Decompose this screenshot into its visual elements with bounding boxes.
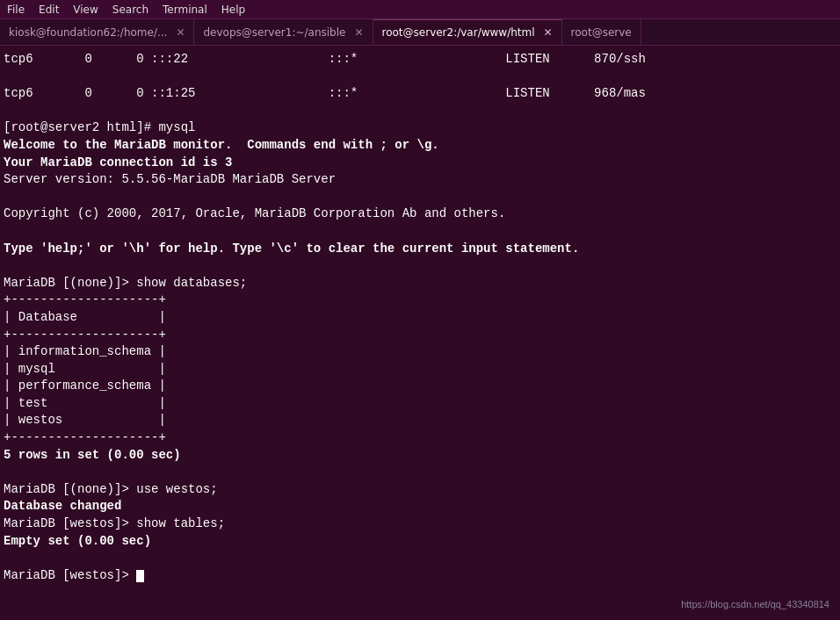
menu-file[interactable]: File — [7, 4, 25, 16]
tab-4[interactable]: root@serve — [562, 19, 641, 45]
terminal-text: tcp6 0 0 :::22 :::* LISTEN 870/ssh tcp6 … — [4, 51, 836, 584]
tab-3-close[interactable]: ✕ — [544, 26, 553, 39]
menubar: File Edit View Search Terminal Help — [0, 0, 840, 19]
menu-help[interactable]: Help — [221, 4, 245, 16]
tab-3[interactable]: root@server2:/var/www/html ✕ — [373, 19, 562, 45]
menu-edit[interactable]: Edit — [39, 4, 59, 16]
tab-4-label: root@serve — [571, 26, 632, 39]
tab-1-close[interactable]: ✕ — [176, 26, 185, 39]
terminal-output[interactable]: tcp6 0 0 :::22 :::* LISTEN 870/ssh tcp6 … — [0, 46, 840, 620]
tabbar: kiosk@foundation62:/home/... ✕ devops@se… — [0, 19, 840, 46]
watermark: https://blog.csdn.net/qq_43340814 — [681, 599, 829, 609]
menu-view[interactable]: View — [73, 4, 98, 16]
tab-2-label: devops@server1:~/ansible — [203, 26, 345, 39]
menu-search[interactable]: Search — [112, 4, 148, 16]
tab-2-close[interactable]: ✕ — [354, 26, 363, 39]
tab-1[interactable]: kiosk@foundation62:/home/... ✕ — [0, 19, 194, 45]
tab-2[interactable]: devops@server1:~/ansible ✕ — [194, 19, 373, 45]
tab-3-label: root@server2:/var/www/html — [382, 26, 535, 39]
menu-terminal[interactable]: Terminal — [163, 4, 207, 16]
tab-1-label: kiosk@foundation62:/home/... — [9, 26, 167, 39]
